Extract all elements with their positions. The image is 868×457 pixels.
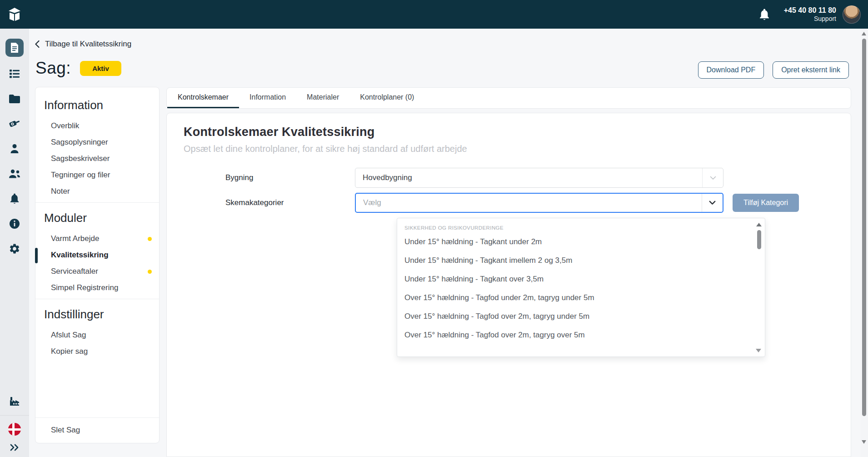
- users-icon: [8, 168, 21, 179]
- building-row: Bygning Hovedbygning: [225, 168, 851, 188]
- header-buttons: Download PDF Opret eksternt link: [698, 61, 849, 79]
- sidebar-item-sagsbeskrivelser[interactable]: Sagsbeskrivelser: [35, 151, 159, 167]
- chevron-down-icon: [702, 194, 723, 212]
- category-dropdown-list: SIKKERHED OG RISIKOVURDERINGE Under 15° …: [397, 218, 765, 357]
- module-status-dot: [148, 270, 152, 274]
- sidebar-item-slet-sag[interactable]: Slet Sag: [35, 418, 159, 443]
- scrollbar-up-arrow[interactable]: [862, 32, 866, 35]
- rail-item-company[interactable]: [9, 395, 20, 407]
- rail-item-team[interactable]: [8, 168, 21, 180]
- page-title: Sag:: [35, 59, 71, 78]
- external-link-button[interactable]: Opret eksternt link: [773, 61, 849, 79]
- body-row: Tilbage til Kvalitetssikring Sag: Aktiv …: [0, 29, 868, 457]
- user-avatar[interactable]: [843, 5, 861, 24]
- page-scrollbar[interactable]: [860, 29, 868, 457]
- dropdown-scrollbar-thumb[interactable]: [757, 230, 761, 249]
- tab-kontrolskemaer[interactable]: Kontrolskemaer: [167, 88, 239, 108]
- control-form: Bygning Hovedbygning Skemakategorier: [225, 168, 851, 357]
- category-row: Skemakategorier Vælg Tilføj Kategori: [225, 193, 851, 213]
- app-logo[interactable]: [0, 0, 29, 29]
- sidebar-item-label: Tegninger og filer: [51, 171, 110, 180]
- collapse-sidebar-button[interactable]: [9, 443, 20, 452]
- dropdown-group-label: SIKKERHED OG RISIKOVURDERINGE: [404, 225, 765, 231]
- tab-information[interactable]: Information: [239, 88, 296, 108]
- dropdown-option[interactable]: Over 15° hældning - Tagfod over 2m, tagr…: [397, 307, 765, 326]
- checklist-icon: [9, 68, 20, 79]
- user-icon: [9, 143, 20, 154]
- dropdown-option[interactable]: Over 15° hældning - Tagfod under 2m, tag…: [397, 289, 765, 307]
- notifications-button[interactable]: [758, 8, 770, 21]
- support-phone: +45 40 80 11 80: [784, 6, 836, 15]
- add-category-button[interactable]: Tilføj Kategori: [733, 194, 799, 212]
- category-select-placeholder: Vælg: [356, 194, 702, 212]
- sidebar-item-varmt-arbejde[interactable]: Varmt Arbejde: [35, 231, 159, 247]
- app-window: +45 40 80 11 80 Support: [0, 0, 868, 457]
- sidebar-item-label: Simpel Registrering: [51, 283, 118, 292]
- rail-item-settings[interactable]: [9, 243, 20, 255]
- folder-icon: [9, 94, 20, 104]
- sidebar-item-label: Sagsoplysninger: [51, 138, 108, 147]
- status-badge: Aktiv: [80, 61, 121, 76]
- gear-icon: [9, 243, 20, 255]
- bell-icon: [758, 8, 770, 21]
- support-contact: +45 40 80 11 80 Support: [784, 6, 836, 23]
- chevron-left-icon: [35, 40, 40, 48]
- sidebar-item-label: Noter: [51, 187, 70, 196]
- rail-item-info[interactable]: [9, 218, 20, 230]
- sidebar-item-serviceaftaler[interactable]: Serviceaftaler: [35, 263, 159, 280]
- sidebar-item-label: Kvalitetssikring: [51, 251, 109, 260]
- scrollbar-down-arrow[interactable]: [862, 440, 866, 444]
- rail-item-profile[interactable]: [9, 143, 20, 155]
- sidebar-footer: Slet Sag: [35, 417, 159, 443]
- sidebar-item-noter[interactable]: Noter: [35, 183, 159, 200]
- sidebar-item-simpel-registrering[interactable]: Simpel Registrering: [35, 280, 159, 296]
- building-label: Bygning: [225, 173, 355, 182]
- chevron-down-icon: [702, 168, 723, 187]
- bell-icon: [9, 193, 20, 205]
- sidebar-item-label: Varmt Arbejde: [51, 234, 99, 243]
- back-button[interactable]: Tilbage til Kvalitetssikring: [35, 40, 131, 49]
- title-row: Sag: Aktiv: [35, 59, 121, 78]
- rail-item-lists[interactable]: [9, 68, 20, 80]
- sidebar-item-label: Overblik: [51, 121, 79, 131]
- sidebar-item-label: Kopier sag: [51, 347, 88, 356]
- tab-materialer[interactable]: Materialer: [296, 88, 349, 108]
- rail-bottom: [0, 395, 29, 452]
- content-title: Kontrolskemaer Kvalitetssikring: [184, 125, 851, 139]
- dropdown-option[interactable]: Under 15° hældning - Tagkant under 2m: [397, 233, 765, 251]
- sidebar-item-kvalitetssikring[interactable]: Kvalitetssikring: [35, 247, 159, 263]
- sidebar-item-label: Sagsbeskrivelser: [51, 154, 110, 163]
- box-logo-icon: [6, 6, 23, 23]
- sidebar-section-title: Indstillinger: [35, 306, 159, 327]
- back-link-label: Tilbage til Kvalitetssikring: [45, 40, 131, 49]
- sidebar-section-title: Information: [35, 96, 159, 118]
- sidebar-item-tegninger-og-filer[interactable]: Tegninger og filer: [35, 167, 159, 183]
- rail-item-files[interactable]: [9, 93, 20, 105]
- download-pdf-button[interactable]: Download PDF: [698, 61, 764, 79]
- building-select[interactable]: Hovedbygning: [355, 168, 723, 188]
- dropdown-scroll-up-arrow[interactable]: [756, 223, 762, 226]
- tab-kontrolplaner[interactable]: Kontrolplaner (0): [349, 88, 424, 108]
- rail-item-cases[interactable]: [5, 39, 24, 57]
- rail-item-tools[interactable]: [9, 118, 20, 130]
- sidebar-item-overblik[interactable]: Overblik: [35, 118, 159, 134]
- category-select[interactable]: Vælg: [355, 193, 723, 213]
- tab-bar: Kontrolskemaer Information Materialer Ko…: [166, 87, 851, 109]
- collapse-chevrons-icon: [9, 443, 20, 452]
- icon-rail: [0, 29, 29, 457]
- sidebar-item-afslut-sag[interactable]: Afslut Sag: [35, 327, 159, 343]
- sidebar-item-kopier-sag[interactable]: Kopier sag: [35, 343, 159, 360]
- scrollbar-thumb[interactable]: [862, 39, 866, 416]
- content-card: Kontrolskemaer Kvalitetssikring Opsæt le…: [166, 113, 851, 457]
- danish-flag-icon[interactable]: [8, 423, 21, 436]
- dropdown-option[interactable]: Under 15° hældning - Tagkant imellem 2 o…: [397, 251, 765, 270]
- dropdown-scroll-down-arrow[interactable]: [756, 349, 761, 352]
- content-subtitle: Opsæt let dine kontrolplaner, for at sik…: [184, 144, 851, 154]
- dropdown-option[interactable]: Under 15° hældning - Tagkant over 3,5m: [397, 270, 765, 289]
- sidebar-item-sagsoplysninger[interactable]: Sagsoplysninger: [35, 134, 159, 151]
- sidebar-section-title: Moduler: [35, 209, 159, 231]
- paint-roller-icon: [9, 118, 20, 130]
- rail-item-notifications[interactable]: [9, 193, 20, 205]
- info-icon: [9, 218, 20, 229]
- dropdown-option[interactable]: Over 15° hældning - Tagfod over 2m, tagr…: [397, 326, 765, 345]
